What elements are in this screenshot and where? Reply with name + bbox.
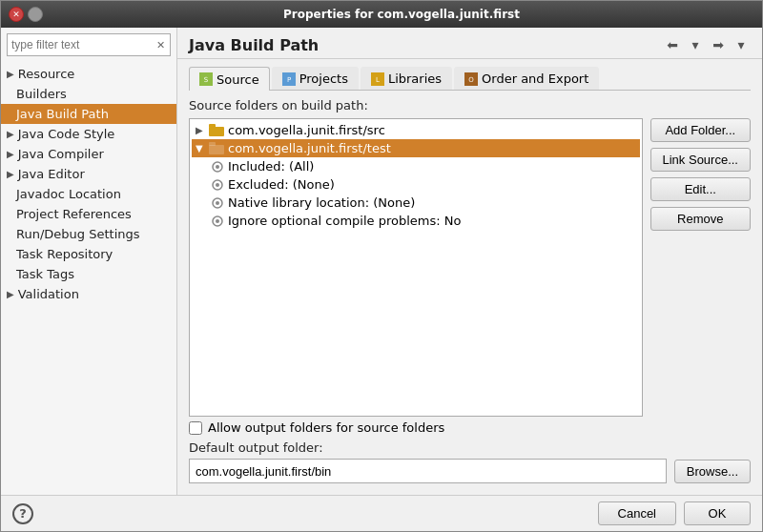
sidebar-item-label: Task Repository	[16, 247, 113, 261]
tab-libraries-label: Libraries	[388, 72, 442, 86]
add-folder-button[interactable]: Add Folder...	[650, 118, 752, 142]
sidebar-item-run-debug[interactable]: Run/Debug Settings	[1, 224, 176, 244]
tree-row[interactable]: Included: (All)	[192, 157, 640, 175]
svg-rect-10	[209, 145, 224, 154]
output-folder-row: Browse...	[189, 459, 751, 483]
tree-arrow-icon: ▶	[196, 125, 205, 135]
source-folders-label: Source folders on build path:	[189, 98, 751, 113]
link-source-button[interactable]: Link Source...	[650, 148, 752, 172]
svg-point-17	[216, 201, 219, 205]
footer-left: ?	[12, 503, 33, 524]
sidebar-item-resource[interactable]: ▶ Resource	[1, 64, 176, 84]
properties-dialog: ✕ Properties for com.vogella.junit.first…	[0, 0, 763, 532]
dialog-title: Properties for com.vogella.junit.first	[49, 8, 754, 21]
sidebar-item-label: Java Editor	[18, 167, 85, 181]
folder-icon	[209, 124, 224, 136]
header-icons: ⬅ ▾ ➡ ▾	[663, 35, 751, 54]
browse-button[interactable]: Browse...	[674, 460, 751, 483]
sidebar-item-label: Javadoc Location	[16, 187, 121, 201]
libraries-tab-icon: L	[371, 72, 384, 86]
edit-button[interactable]: Edit...	[650, 177, 752, 201]
tree-row-label: Ignore optional compile problems: No	[228, 214, 461, 228]
tree-row[interactable]: Native library location: (None)	[192, 194, 640, 212]
ok-button[interactable]: OK	[684, 501, 751, 525]
tab-projects-label: Projects	[299, 72, 348, 86]
bottom-area: Allow output folders for source folders …	[189, 417, 751, 487]
filter-box[interactable]: ✕	[7, 33, 171, 56]
tab-source[interactable]: S Source	[189, 67, 270, 91]
sidebar-item-task-repository[interactable]: Task Repository	[1, 244, 176, 264]
sidebar-item-label: Builders	[16, 87, 67, 101]
sidebar-item-java-build-path[interactable]: Java Build Path	[1, 104, 176, 124]
sidebar-item-project-references[interactable]: Project References	[1, 204, 176, 224]
sidebar-item-java-compiler[interactable]: ▶ Java Compiler	[1, 144, 176, 164]
back-icon[interactable]: ⬅	[663, 35, 682, 54]
arrow-icon: ▶	[7, 289, 14, 299]
tab-projects[interactable]: P Projects	[272, 67, 359, 90]
svg-text:S: S	[204, 76, 209, 84]
sidebar-item-java-code-style[interactable]: ▶ Java Code Style	[1, 124, 176, 144]
source-tree[interactable]: ▶ com.vogella.junit.first/src ▼	[189, 118, 643, 417]
tab-order-export[interactable]: O Order and Export	[454, 67, 599, 90]
titlebar: ✕ Properties for com.vogella.junit.first	[1, 1, 762, 28]
tree-row[interactable]: ▶ com.vogella.junit.first/src	[192, 121, 640, 139]
tree-arrow-icon: ▼	[196, 143, 205, 153]
svg-text:O: O	[468, 76, 474, 84]
tree-row-label: Native library location: (None)	[228, 195, 415, 210]
minimize-button[interactable]	[28, 7, 43, 22]
cancel-button[interactable]: Cancel	[598, 501, 676, 525]
sidebar-item-label: Java Code Style	[18, 127, 115, 141]
help-icon[interactable]: ?	[12, 503, 33, 524]
sidebar-item-label: Java Compiler	[18, 147, 104, 161]
tree-row-label: Excluded: (None)	[228, 177, 335, 192]
content-header: Java Build Path ⬅ ▾ ➡ ▾	[177, 28, 762, 59]
allow-output-row: Allow output folders for source folders	[189, 420, 751, 435]
sidebar-item-builders[interactable]: Builders	[1, 84, 176, 104]
svg-rect-11	[209, 142, 216, 146]
dialog-footer: ? Cancel OK	[1, 495, 762, 531]
sidebar-item-java-editor[interactable]: ▶ Java Editor	[1, 164, 176, 184]
default-output-label: Default output folder:	[189, 440, 751, 455]
content-main: S Source P Projects L Libra	[177, 59, 762, 495]
menu-icon[interactable]: ▾	[732, 35, 751, 54]
tree-row[interactable]: Ignore optional compile problems: No	[192, 212, 640, 230]
sidebar-item-javadoc[interactable]: Javadoc Location	[1, 184, 176, 204]
folder-icon	[209, 142, 224, 154]
tab-order-label: Order and Export	[482, 72, 588, 86]
sidebar-item-label: Java Build Path	[16, 107, 109, 121]
svg-point-15	[216, 183, 219, 187]
tree-row[interactable]: Excluded: (None)	[192, 175, 640, 194]
allow-output-checkbox[interactable]	[189, 421, 202, 435]
order-tab-icon: O	[464, 72, 478, 86]
gear-icon	[211, 160, 224, 174]
sidebar-item-validation[interactable]: ▶ Validation	[1, 284, 176, 304]
filter-clear-icon[interactable]: ✕	[155, 39, 167, 51]
dropdown-icon[interactable]: ▾	[686, 35, 705, 54]
close-button[interactable]: ✕	[9, 7, 24, 22]
gear-icon	[211, 215, 224, 228]
tree-row-label: com.vogella.junit.first/test	[228, 141, 391, 155]
tab-libraries[interactable]: L Libraries	[361, 67, 452, 90]
tree-row-label: Included: (All)	[228, 159, 314, 174]
svg-point-19	[216, 219, 219, 223]
tabs: S Source P Projects L Libra	[189, 67, 751, 91]
svg-text:P: P	[287, 76, 291, 84]
output-folder-input[interactable]	[189, 459, 667, 483]
arrow-icon: ▶	[7, 149, 14, 159]
footer-right: Cancel OK	[598, 501, 751, 525]
source-tree-area: ▶ com.vogella.junit.first/src ▼	[189, 118, 751, 417]
action-buttons: Add Folder... Link Source... Edit... Rem…	[650, 118, 752, 417]
tree-row-label: com.vogella.junit.first/src	[228, 123, 385, 137]
remove-button[interactable]: Remove	[650, 207, 752, 231]
forward-icon[interactable]: ➡	[709, 35, 728, 54]
content-area: Java Build Path ⬅ ▾ ➡ ▾ S Source	[177, 28, 762, 495]
allow-output-label: Allow output folders for source folders	[208, 420, 444, 435]
sidebar-item-task-tags[interactable]: Task Tags	[1, 264, 176, 284]
arrow-icon: ▶	[7, 129, 14, 139]
window-controls: ✕	[9, 7, 43, 22]
gear-icon	[211, 178, 224, 192]
tree-row[interactable]: ▼ com.vogella.junit.first/test	[192, 139, 640, 157]
gear-icon	[211, 196, 224, 210]
filter-input[interactable]	[11, 38, 155, 51]
dialog-body: ✕ ▶ Resource Builders Java Build Path	[1, 28, 762, 495]
